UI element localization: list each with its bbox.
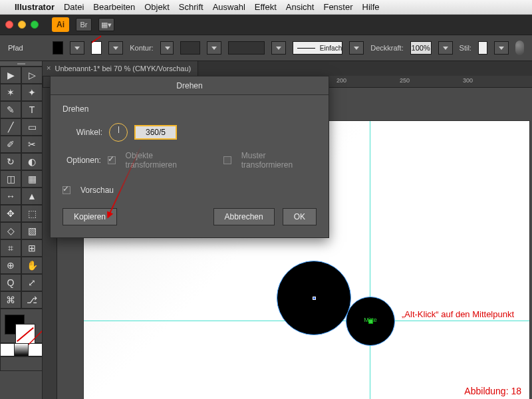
mac-menu-bar: Illustrator Datei Bearbeiten Objekt Schr… (0, 0, 532, 15)
placeholder-tool[interactable]: ⎇ (21, 291, 43, 309)
scale-tool[interactable]: ◫ (0, 170, 21, 188)
angle-input[interactable]: 360/5 (134, 125, 177, 140)
options-label: Optionen: (63, 156, 101, 165)
traffic-lights (5, 21, 39, 29)
shape-builder-tool[interactable]: ▲ (21, 188, 43, 205)
transform-objects-checkbox[interactable] (108, 156, 116, 164)
gradient-tool[interactable]: ◇ (0, 222, 21, 239)
rotate-tool[interactable]: ↻ (0, 153, 21, 170)
line-tool[interactable]: ╱ (0, 118, 21, 136)
angle-dial[interactable] (109, 123, 128, 142)
guide-vertical (370, 121, 370, 399)
stroke-swatch[interactable] (91, 41, 102, 55)
reflect-tool[interactable]: ◐ (21, 153, 43, 170)
fill-swatch[interactable] (53, 41, 63, 55)
control-bar: Pfad Kontur: Einfach Deckkraft: 100% Sti… (0, 35, 532, 61)
opacity-label: Deckkraft: (370, 44, 404, 52)
document-tab[interactable]: × Unbenannt-1* bei 70 % (CMYK/Vorschau) (43, 61, 198, 76)
paintbrush-tool[interactable]: ✐ (0, 136, 21, 153)
style-label: Stil: (460, 44, 471, 52)
toolbox-grip[interactable] (0, 61, 42, 66)
brush-dropdown[interactable] (349, 41, 364, 55)
direct-selection-tool[interactable]: ▷ (21, 66, 43, 84)
column-graph-tool[interactable]: ⊕ (0, 257, 21, 274)
hand-tool[interactable]: ⤢ (21, 274, 43, 291)
stroke-weight-dropdown[interactable] (207, 41, 221, 55)
opacity-input[interactable]: 100% (410, 41, 432, 55)
stroke-weight-input[interactable] (180, 41, 201, 55)
close-window-icon[interactable] (5, 21, 13, 29)
rotation-center-icon (368, 319, 373, 324)
selection-type-label: Pfad (8, 44, 23, 52)
selection-tool[interactable]: ▶ (0, 66, 21, 84)
transform-objects-label: Objekte transformieren (126, 151, 204, 170)
bridge-button[interactable]: Br (76, 18, 92, 31)
perspective-tool[interactable]: ✥ (0, 205, 21, 222)
dialog-title: Drehen (51, 76, 329, 95)
preview-checkbox[interactable] (63, 186, 70, 194)
variable-width-profile[interactable] (228, 41, 265, 55)
document-tab-title: Unbenannt-1* bei 70 % (CMYK/Vorschau) (55, 65, 191, 72)
ok-button[interactable]: OK (283, 208, 317, 225)
slice-tool[interactable]: Q (0, 274, 21, 291)
document-tab-bar: × Unbenannt-1* bei 70 % (CMYK/Vorschau) (43, 61, 532, 76)
stroke-dropdown[interactable] (108, 41, 123, 55)
copy-button[interactable]: Kopieren (63, 208, 117, 225)
menu-auswahl[interactable]: Auswahl (213, 2, 245, 12)
brush-definition[interactable]: Einfach (293, 41, 342, 55)
preview-label: Vorschau (80, 186, 114, 195)
symbol-sprayer-tool[interactable]: ⊞ (21, 239, 43, 257)
angle-label: Winkel: (63, 128, 102, 137)
kontur-label: Kontur: (130, 44, 153, 52)
graphic-style-dropdown[interactable] (494, 41, 509, 55)
magic-wand-tool[interactable]: ✶ (0, 84, 21, 101)
arrange-documents-button[interactable]: ▦▾ (98, 18, 114, 31)
rotate-dialog: Drehen Drehen Winkel: 360/5 Optionen: Ob… (50, 76, 329, 238)
transform-patterns-label: Muster transformieren (241, 151, 317, 170)
menu-objekt[interactable]: Objekt (144, 2, 170, 12)
zoom-tool[interactable]: ⌘ (0, 291, 21, 309)
recolor-artwork-icon[interactable] (515, 41, 524, 55)
figure-caption: Abbildung: 18 (464, 386, 521, 396)
type-tool[interactable]: T (21, 101, 43, 118)
eyedropper-tool[interactable]: ▧ (21, 222, 43, 239)
toolbox: ▶ ▷ ✶ ✦ ✎ T ╱ ▭ ✐ ✂ ↻ ◐ ◫ ▦ ↔ ▲ ✥ ⬚ ◇ ▧ … (0, 61, 43, 399)
transform-patterns-checkbox[interactable] (223, 156, 231, 164)
menu-schrift[interactable]: Schrift (179, 2, 203, 12)
mesh-tool[interactable]: ⬚ (21, 205, 43, 222)
menu-bearbeiten[interactable]: Bearbeiten (93, 2, 135, 12)
blend-tool[interactable]: ⌗ (0, 239, 21, 257)
menu-datei[interactable]: Datei (64, 2, 84, 12)
dialog-group-label: Drehen (63, 104, 317, 114)
lasso-tool[interactable]: ✦ (21, 84, 43, 101)
menu-effekt[interactable]: Effekt (255, 2, 277, 12)
app-name[interactable]: Illustrator (15, 2, 55, 12)
cancel-button[interactable]: Abbrechen (213, 208, 275, 225)
color-mode-switches[interactable] (0, 343, 43, 356)
stroke-weight-toggle[interactable] (160, 41, 174, 55)
width-tool[interactable]: ▦ (21, 170, 43, 188)
ellipse-small[interactable]: Mitte (346, 297, 395, 346)
variable-width-dropdown[interactable] (271, 41, 286, 55)
annotation-text: „Alt-Klick“ auf den Mittelpunkt (402, 309, 514, 319)
minimize-window-icon[interactable] (18, 21, 26, 29)
rectangle-tool[interactable]: ▭ (21, 118, 43, 136)
artboard-tool[interactable]: ✋ (21, 257, 43, 274)
menu-fenster[interactable]: Fenster (323, 2, 352, 12)
menu-ansicht[interactable]: Ansicht (286, 2, 315, 12)
menu-hilfe[interactable]: Hilfe (362, 2, 380, 12)
pencil-tool[interactable]: ✂ (21, 136, 43, 153)
ellipse-large[interactable] (277, 261, 351, 335)
screen-mode-button[interactable] (0, 356, 43, 371)
titlebar: Ai Br ▦▾ (0, 15, 532, 35)
zoom-window-icon[interactable] (31, 21, 39, 29)
free-transform-tool[interactable]: ↔ (0, 188, 21, 205)
app-badge-icon: Ai (52, 17, 69, 32)
pen-tool[interactable]: ✎ (0, 101, 21, 118)
opacity-dropdown[interactable] (438, 41, 453, 55)
close-tab-icon[interactable]: × (47, 64, 51, 72)
graphic-style-swatch[interactable] (478, 41, 487, 55)
fill-dropdown[interactable] (70, 41, 84, 55)
